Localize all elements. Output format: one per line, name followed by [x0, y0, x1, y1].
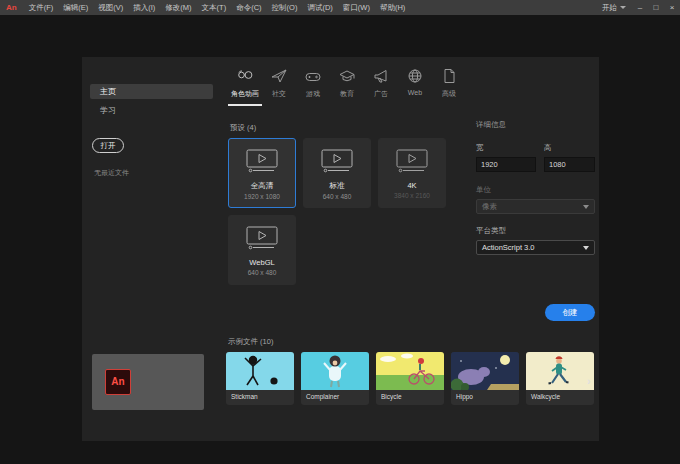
- titlebar: An 文件(F) 编辑(E) 视图(V) 插入(I) 修改(M) 文本(T) 命…: [0, 0, 680, 15]
- platform-label: 平台类型: [476, 226, 595, 236]
- recent-files-note: 无最近文件: [94, 168, 129, 178]
- presets-heading: 预设 (4): [230, 123, 256, 133]
- video-preset-icon: [319, 160, 355, 177]
- bicycle-thumbnail: [376, 352, 444, 390]
- animate-app-icon: An: [105, 369, 131, 395]
- preset-card-webgl[interactable]: WebGL 640 x 480: [228, 215, 296, 285]
- recent-project-card[interactable]: An: [92, 354, 204, 410]
- sample-card-stickman[interactable]: Stickman: [226, 352, 294, 405]
- tab-education[interactable]: 教育: [330, 67, 364, 106]
- menu-item-window[interactable]: 窗口(W): [338, 0, 375, 15]
- walkcycle-thumbnail: [526, 352, 594, 390]
- chevron-down-icon: [583, 205, 589, 209]
- category-tabs: 角色动画 社交 游戏 教育: [228, 67, 466, 106]
- video-preset-icon: [244, 160, 280, 177]
- sample-name: Stickman: [226, 390, 294, 405]
- samples-more-chevron[interactable]: ›: [587, 375, 591, 387]
- preset-name: WebGL: [229, 258, 295, 267]
- maximize-button[interactable]: □: [648, 0, 664, 15]
- graduation-cap-icon: [338, 67, 356, 85]
- sample-card-bicycle[interactable]: Bicycle: [376, 352, 444, 405]
- samples-heading: 示例文件 (10): [228, 337, 273, 347]
- preset-size: 640 x 480: [304, 193, 370, 200]
- units-label: 单位: [476, 185, 595, 195]
- details-heading: 详细信息: [476, 120, 595, 130]
- menu-item-edit[interactable]: 编辑(E): [58, 0, 93, 15]
- tab-character-animation[interactable]: 角色动画: [228, 67, 262, 106]
- preset-card-full-hd[interactable]: 全高清 1920 x 1080: [228, 138, 296, 208]
- height-label: 高: [544, 143, 595, 153]
- sample-card-walkcycle[interactable]: Walkcycle: [526, 352, 594, 405]
- active-tab-underline: [228, 104, 262, 106]
- stickman-thumbnail: [226, 352, 294, 390]
- workspace-switcher[interactable]: 开始: [596, 3, 632, 13]
- tab-advanced[interactable]: 高级: [432, 67, 466, 106]
- tab-ads[interactable]: 广告: [364, 67, 398, 106]
- menu-item-file[interactable]: 文件(F): [24, 0, 59, 15]
- platform-value: ActionScript 3.0: [482, 243, 535, 252]
- sample-files-row: Stickman Complainer: [226, 352, 594, 405]
- chevron-down-icon: [620, 6, 626, 9]
- preset-name: 4K: [379, 181, 445, 190]
- tab-label: 教育: [340, 89, 354, 99]
- tab-games[interactable]: 游戏: [296, 67, 330, 106]
- sidebar-item-home[interactable]: 主页: [90, 84, 213, 99]
- preset-card-standard[interactable]: 标准 640 x 480: [303, 138, 371, 208]
- complainer-thumbnail: [301, 352, 369, 390]
- globe-icon: [406, 67, 424, 85]
- paper-plane-icon: [270, 67, 288, 85]
- menu-item-view[interactable]: 视图(V): [93, 0, 128, 15]
- details-panel: 详细信息 宽 高 单位 像素 平台类型 ActionScript 3.0: [476, 120, 595, 255]
- sample-name: Walkcycle: [526, 390, 594, 405]
- tab-label: 高级: [442, 89, 456, 99]
- menu-item-debug[interactable]: 调试(D): [302, 0, 337, 15]
- height-field[interactable]: [544, 157, 595, 172]
- video-preset-icon: [244, 237, 280, 254]
- preset-name: 标准: [304, 181, 370, 191]
- tab-social[interactable]: 社交: [262, 67, 296, 106]
- preset-size: 3840 x 2160: [379, 192, 445, 199]
- chevron-down-icon: [583, 246, 589, 250]
- tab-label: 社交: [272, 89, 286, 99]
- units-value: 像素: [482, 202, 497, 212]
- platform-select[interactable]: ActionScript 3.0: [476, 240, 595, 255]
- units-select[interactable]: 像素: [476, 199, 595, 214]
- preset-card-4k[interactable]: 4K 3840 x 2160: [378, 138, 446, 208]
- preset-grid: 全高清 1920 x 1080 标准 640 x 480 4K 3840 x 2…: [228, 138, 460, 285]
- sample-card-hippo[interactable]: Hippo: [451, 352, 519, 405]
- preset-size: 1920 x 1080: [229, 193, 295, 200]
- sidebar-item-learn[interactable]: 学习: [90, 104, 213, 117]
- character-face-icon: [236, 67, 254, 85]
- width-label: 宽: [476, 143, 536, 153]
- create-button[interactable]: 创建: [545, 304, 595, 321]
- start-screen-panel: 主页 学习 打开 无最近文件 角色动画 社交: [82, 57, 599, 441]
- menu-item-commands[interactable]: 命令(C): [231, 0, 266, 15]
- tab-label: Web: [408, 89, 422, 96]
- megaphone-icon: [372, 67, 390, 85]
- menu-item-modify[interactable]: 修改(M): [160, 0, 196, 15]
- menu-item-text[interactable]: 文本(T): [197, 0, 232, 15]
- sample-name: Hippo: [451, 390, 519, 405]
- menu-item-help[interactable]: 帮助(H): [375, 0, 410, 15]
- tab-label: 广告: [374, 89, 388, 99]
- tab-label: 角色动画: [231, 89, 259, 99]
- sample-name: Bicycle: [376, 390, 444, 405]
- menu-item-control[interactable]: 控制(O): [267, 0, 303, 15]
- menu-item-insert[interactable]: 插入(I): [128, 0, 160, 15]
- hippo-thumbnail: [451, 352, 519, 390]
- sample-card-complainer[interactable]: Complainer: [301, 352, 369, 405]
- sample-name: Complainer: [301, 390, 369, 405]
- close-button[interactable]: ×: [664, 0, 680, 15]
- animate-logo: An: [6, 3, 17, 12]
- game-controller-icon: [304, 67, 322, 85]
- preset-name: 全高清: [229, 181, 295, 191]
- video-preset-icon: [394, 160, 430, 177]
- document-icon: [440, 67, 458, 85]
- width-field[interactable]: [476, 157, 536, 172]
- tab-web[interactable]: Web: [398, 67, 432, 106]
- minimize-button[interactable]: –: [632, 0, 648, 15]
- open-button[interactable]: 打开: [92, 138, 124, 153]
- preset-size: 640 x 480: [229, 269, 295, 276]
- tab-label: 游戏: [306, 89, 320, 99]
